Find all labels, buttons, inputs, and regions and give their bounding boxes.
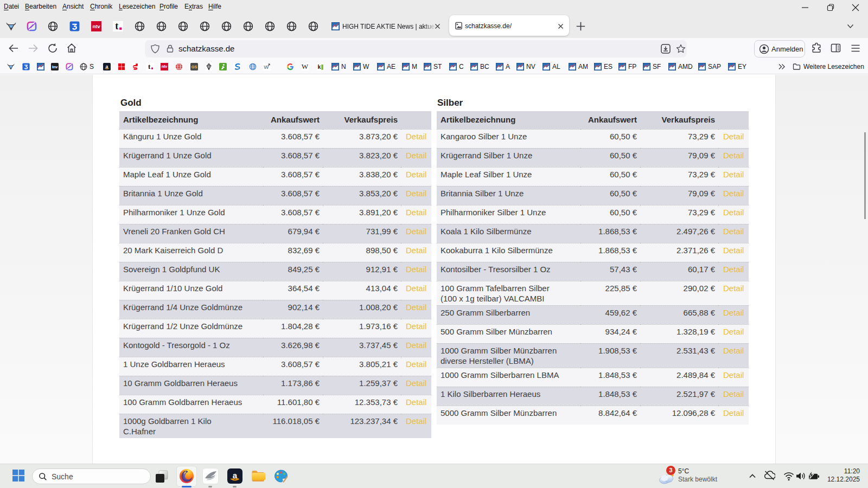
svg-text:k: k	[317, 63, 321, 70]
svg-text:Inv: Inv	[52, 65, 58, 69]
svg-text:W: W	[302, 63, 309, 70]
svg-text:GS: GS	[192, 65, 197, 69]
svg-text:ntv: ntv	[92, 23, 100, 29]
svg-text:t: t	[148, 63, 151, 70]
svg-text:W: W	[264, 64, 269, 70]
svg-text:t: t	[115, 21, 118, 31]
svg-text:ntv: ntv	[162, 65, 168, 68]
svg-text:a: a	[106, 64, 108, 69]
